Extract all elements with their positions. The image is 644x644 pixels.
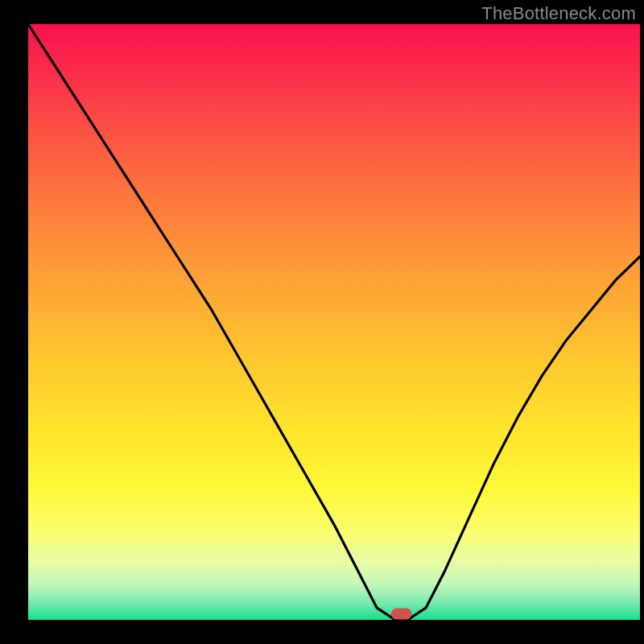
watermark-label: TheBottleneck.com xyxy=(481,3,636,24)
chart-frame: TheBottleneck.com xyxy=(0,0,644,644)
plot-background xyxy=(28,24,640,620)
bottleneck-plot xyxy=(0,0,644,644)
optimal-marker xyxy=(391,609,412,620)
